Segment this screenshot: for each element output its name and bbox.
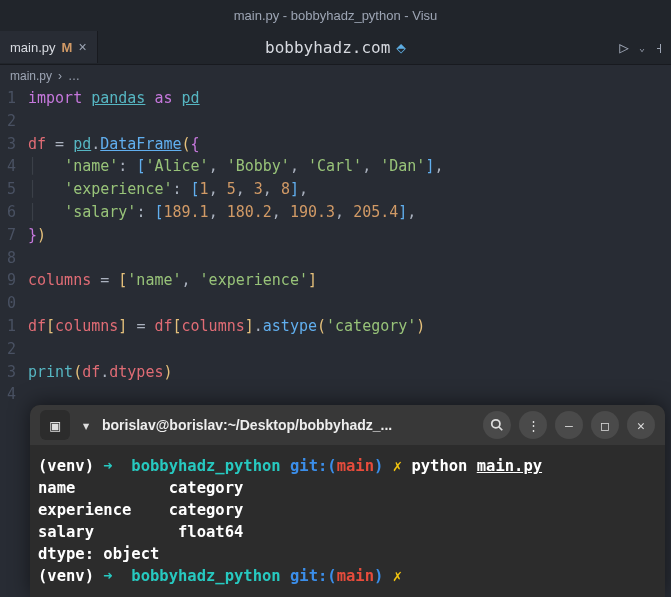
terminal-window: ▣ ▾ borislav@borislav:~/Desktop/bobbyhad… <box>30 405 665 597</box>
tab-bar: main.py M × bobbyhadz.com ⬘ ▷ ⌄ ⫞ <box>0 30 671 65</box>
terminal-title: borislav@borislav:~/Desktop/bobbyhadz_..… <box>102 417 475 433</box>
cube-icon: ⬘ <box>396 38 406 57</box>
chevron-down-icon[interactable]: ⌄ <box>639 42 645 53</box>
close-icon[interactable]: × <box>78 39 86 55</box>
code-editor[interactable]: 123 456 789 012 34 import pandas as pd d… <box>0 87 671 406</box>
svg-point-0 <box>492 420 500 428</box>
svg-line-1 <box>499 427 503 431</box>
terminal-header: ▣ ▾ borislav@borislav:~/Desktop/bobbyhad… <box>30 405 665 445</box>
window-title: main.py - bobbyhadz_python - Visu <box>234 8 438 23</box>
line-gutter: 123 456 789 012 34 <box>0 87 28 406</box>
minimize-icon[interactable]: – <box>555 411 583 439</box>
menu-icon[interactable]: ⋮ <box>519 411 547 439</box>
modified-badge: M <box>62 40 73 55</box>
code-content[interactable]: import pandas as pd df = pd.DataFrame({ … <box>28 87 671 406</box>
header-site: bobbyhadz.com ⬘ <box>265 38 406 57</box>
breadcrumb[interactable]: main.py › … <box>0 65 671 87</box>
tab-filename: main.py <box>10 40 56 55</box>
search-icon[interactable] <box>483 411 511 439</box>
split-icon[interactable]: ⫞ <box>655 38 663 57</box>
window-titlebar: main.py - bobbyhadz_python - Visu <box>0 0 671 30</box>
breadcrumb-file: main.py <box>10 69 52 83</box>
close-window-icon[interactable]: ✕ <box>627 411 655 439</box>
dropdown-icon[interactable]: ▾ <box>78 410 94 440</box>
run-icon[interactable]: ▷ <box>619 38 629 57</box>
new-tab-button[interactable]: ▣ <box>40 410 70 440</box>
terminal-body[interactable]: (venv) ➜ bobbyhadz_python git:(main) ✗ p… <box>30 445 665 597</box>
maximize-icon[interactable]: □ <box>591 411 619 439</box>
tab-main-py[interactable]: main.py M × <box>0 31 98 63</box>
